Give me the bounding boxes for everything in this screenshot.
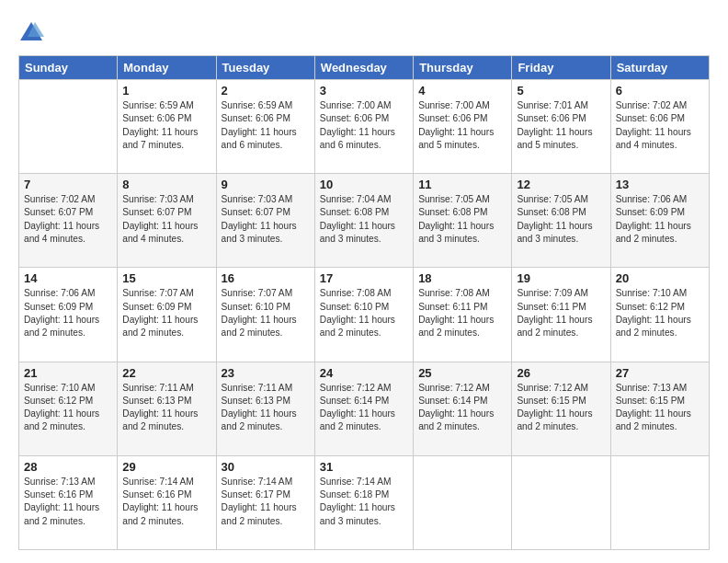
- day-info: Sunrise: 7:11 AM Sunset: 6:13 PM Dayligh…: [222, 382, 310, 434]
- day-cell: 26Sunrise: 7:12 AM Sunset: 6:15 PM Dayli…: [512, 362, 610, 455]
- day-info: Sunrise: 6:59 AM Sunset: 6:06 PM Dayligh…: [122, 99, 210, 152]
- day-info: Sunrise: 7:13 AM Sunset: 6:16 PM Dayligh…: [24, 476, 112, 528]
- day-number: 31: [320, 460, 408, 474]
- day-cell: 11Sunrise: 7:05 AM Sunset: 6:08 PM Dayli…: [414, 174, 512, 268]
- day-info: Sunrise: 7:03 AM Sunset: 6:07 PM Dayligh…: [122, 193, 210, 246]
- day-info: Sunrise: 7:05 AM Sunset: 6:08 PM Dayligh…: [517, 193, 605, 246]
- day-cell: 13Sunrise: 7:06 AM Sunset: 6:09 PM Dayli…: [610, 174, 709, 268]
- day-cell: 21Sunrise: 7:10 AM Sunset: 6:12 PM Dayli…: [19, 362, 118, 455]
- header: [18, 17, 710, 46]
- day-info: Sunrise: 7:01 AM Sunset: 6:06 PM Dayligh…: [517, 99, 605, 152]
- day-number: 6: [616, 84, 704, 98]
- day-cell: 31Sunrise: 7:14 AM Sunset: 6:18 PM Dayli…: [314, 455, 413, 549]
- day-number: 15: [122, 271, 210, 285]
- day-number: 18: [418, 271, 506, 285]
- day-cell: 28Sunrise: 7:13 AM Sunset: 6:16 PM Dayli…: [19, 455, 118, 549]
- day-cell: 2Sunrise: 6:59 AM Sunset: 6:06 PM Daylig…: [216, 80, 314, 174]
- day-info: Sunrise: 6:59 AM Sunset: 6:06 PM Dayligh…: [222, 99, 310, 152]
- day-info: Sunrise: 7:12 AM Sunset: 6:14 PM Dayligh…: [320, 382, 408, 434]
- day-info: Sunrise: 7:12 AM Sunset: 6:15 PM Dayligh…: [517, 382, 605, 434]
- weekday-header-saturday: Saturday: [610, 56, 709, 80]
- day-info: Sunrise: 7:14 AM Sunset: 6:17 PM Dayligh…: [222, 476, 310, 528]
- day-cell: 16Sunrise: 7:07 AM Sunset: 6:10 PM Dayli…: [216, 268, 314, 362]
- day-info: Sunrise: 7:05 AM Sunset: 6:08 PM Dayligh…: [418, 193, 506, 246]
- page: SundayMondayTuesdayWednesdayThursdayFrid…: [0, 0, 728, 563]
- day-number: 1: [122, 84, 210, 98]
- day-info: Sunrise: 7:04 AM Sunset: 6:08 PM Dayligh…: [320, 193, 408, 246]
- day-info: Sunrise: 7:14 AM Sunset: 6:18 PM Dayligh…: [320, 476, 408, 528]
- day-number: 5: [517, 84, 605, 98]
- day-number: 20: [616, 271, 704, 285]
- day-info: Sunrise: 7:12 AM Sunset: 6:14 PM Dayligh…: [418, 382, 506, 434]
- day-info: Sunrise: 7:02 AM Sunset: 6:06 PM Dayligh…: [616, 99, 704, 152]
- day-cell: 23Sunrise: 7:11 AM Sunset: 6:13 PM Dayli…: [216, 362, 314, 455]
- day-info: Sunrise: 7:08 AM Sunset: 6:10 PM Dayligh…: [320, 287, 408, 339]
- day-info: Sunrise: 7:10 AM Sunset: 6:12 PM Dayligh…: [616, 287, 704, 339]
- day-number: 22: [122, 366, 210, 380]
- day-cell: 17Sunrise: 7:08 AM Sunset: 6:10 PM Dayli…: [314, 268, 413, 362]
- day-cell: 19Sunrise: 7:09 AM Sunset: 6:11 PM Dayli…: [512, 268, 610, 362]
- calendar-table: SundayMondayTuesdayWednesdayThursdayFrid…: [18, 55, 710, 550]
- day-info: Sunrise: 7:13 AM Sunset: 6:15 PM Dayligh…: [616, 382, 704, 434]
- day-number: 17: [320, 271, 408, 285]
- day-info: Sunrise: 7:08 AM Sunset: 6:11 PM Dayligh…: [418, 287, 506, 339]
- day-cell: [19, 80, 118, 174]
- day-cell: 6Sunrise: 7:02 AM Sunset: 6:06 PM Daylig…: [610, 80, 709, 174]
- day-number: 13: [616, 178, 704, 191]
- day-cell: 10Sunrise: 7:04 AM Sunset: 6:08 PM Dayli…: [314, 174, 413, 268]
- day-cell: [610, 455, 709, 549]
- day-info: Sunrise: 7:00 AM Sunset: 6:06 PM Dayligh…: [320, 99, 408, 152]
- week-row-4: 21Sunrise: 7:10 AM Sunset: 6:12 PM Dayli…: [19, 362, 710, 455]
- day-number: 21: [24, 366, 112, 380]
- day-info: Sunrise: 7:14 AM Sunset: 6:16 PM Dayligh…: [122, 476, 210, 528]
- day-number: 16: [222, 271, 310, 285]
- day-info: Sunrise: 7:11 AM Sunset: 6:13 PM Dayligh…: [122, 382, 210, 434]
- weekday-header-monday: Monday: [118, 56, 216, 80]
- logo: [18, 20, 46, 46]
- day-number: 25: [418, 366, 506, 380]
- day-cell: 14Sunrise: 7:06 AM Sunset: 6:09 PM Dayli…: [19, 268, 118, 362]
- day-cell: 4Sunrise: 7:00 AM Sunset: 6:06 PM Daylig…: [414, 80, 512, 174]
- day-number: 24: [320, 366, 408, 380]
- week-row-1: 1Sunrise: 6:59 AM Sunset: 6:06 PM Daylig…: [19, 80, 710, 174]
- day-info: Sunrise: 7:06 AM Sunset: 6:09 PM Dayligh…: [24, 287, 112, 339]
- day-number: 4: [418, 84, 506, 98]
- day-number: 9: [222, 178, 310, 191]
- day-number: 2: [222, 84, 310, 98]
- day-cell: 25Sunrise: 7:12 AM Sunset: 6:14 PM Dayli…: [414, 362, 512, 455]
- day-cell: 5Sunrise: 7:01 AM Sunset: 6:06 PM Daylig…: [512, 80, 610, 174]
- day-cell: 9Sunrise: 7:03 AM Sunset: 6:07 PM Daylig…: [216, 174, 314, 268]
- day-cell: 30Sunrise: 7:14 AM Sunset: 6:17 PM Dayli…: [216, 455, 314, 549]
- weekday-header-wednesday: Wednesday: [314, 56, 413, 80]
- day-cell: 22Sunrise: 7:11 AM Sunset: 6:13 PM Dayli…: [118, 362, 216, 455]
- day-cell: 18Sunrise: 7:08 AM Sunset: 6:11 PM Dayli…: [414, 268, 512, 362]
- day-number: 27: [616, 366, 704, 380]
- day-info: Sunrise: 7:09 AM Sunset: 6:11 PM Dayligh…: [517, 287, 605, 339]
- day-number: 11: [418, 178, 506, 191]
- week-row-2: 7Sunrise: 7:02 AM Sunset: 6:07 PM Daylig…: [19, 174, 710, 268]
- week-row-5: 28Sunrise: 7:13 AM Sunset: 6:16 PM Dayli…: [19, 455, 710, 549]
- day-info: Sunrise: 7:10 AM Sunset: 6:12 PM Dayligh…: [24, 382, 112, 434]
- day-info: Sunrise: 7:03 AM Sunset: 6:07 PM Dayligh…: [222, 193, 310, 246]
- day-cell: 7Sunrise: 7:02 AM Sunset: 6:07 PM Daylig…: [19, 174, 118, 268]
- day-cell: 15Sunrise: 7:07 AM Sunset: 6:09 PM Dayli…: [118, 268, 216, 362]
- day-info: Sunrise: 7:06 AM Sunset: 6:09 PM Dayligh…: [616, 193, 704, 246]
- day-info: Sunrise: 7:07 AM Sunset: 6:09 PM Dayligh…: [122, 287, 210, 339]
- logo-icon: [18, 20, 44, 46]
- day-cell: 27Sunrise: 7:13 AM Sunset: 6:15 PM Dayli…: [610, 362, 709, 455]
- day-number: 7: [24, 178, 112, 191]
- weekday-header-sunday: Sunday: [19, 56, 118, 80]
- day-number: 30: [222, 460, 310, 474]
- day-cell: [414, 455, 512, 549]
- weekday-header-row: SundayMondayTuesdayWednesdayThursdayFrid…: [19, 56, 710, 80]
- day-cell: [512, 455, 610, 549]
- day-cell: 24Sunrise: 7:12 AM Sunset: 6:14 PM Dayli…: [314, 362, 413, 455]
- weekday-header-thursday: Thursday: [414, 56, 512, 80]
- day-number: 28: [24, 460, 112, 474]
- weekday-header-friday: Friday: [512, 56, 610, 80]
- day-number: 19: [517, 271, 605, 285]
- weekday-header-tuesday: Tuesday: [216, 56, 314, 80]
- day-number: 23: [222, 366, 310, 380]
- day-cell: 8Sunrise: 7:03 AM Sunset: 6:07 PM Daylig…: [118, 174, 216, 268]
- day-cell: 3Sunrise: 7:00 AM Sunset: 6:06 PM Daylig…: [314, 80, 413, 174]
